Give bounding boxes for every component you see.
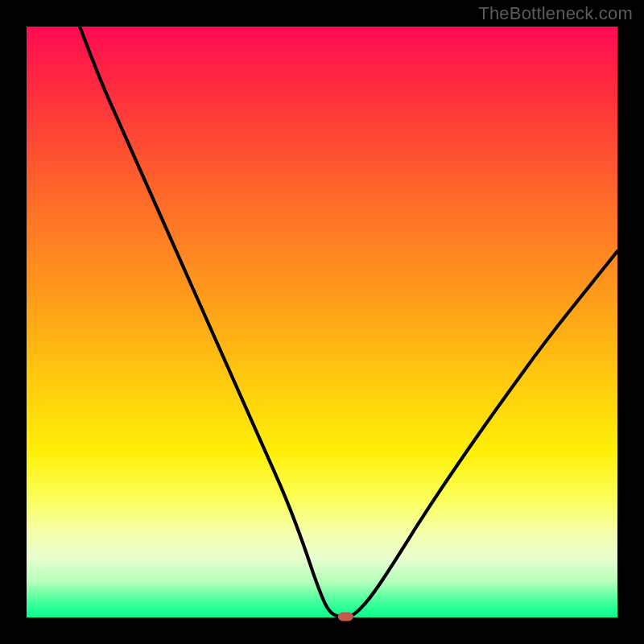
bottleneck-curve — [27, 27, 617, 617]
watermark-text: TheBottleneck.com — [478, 3, 633, 24]
chart-frame: TheBottleneck.com — [0, 0, 644, 644]
trough-marker — [338, 613, 353, 621]
plot-area — [27, 27, 617, 617]
curve-path — [80, 27, 617, 617]
